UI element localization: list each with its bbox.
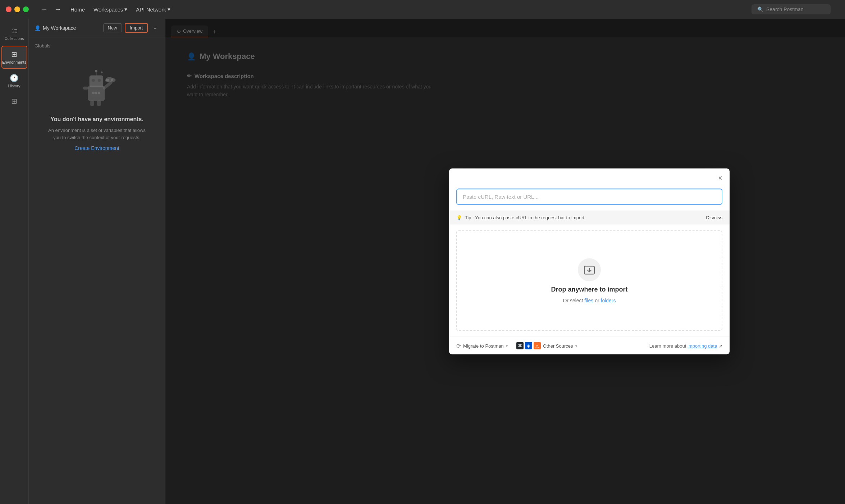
env-empty-desc: An environment is a set of variables tha… <box>47 127 147 141</box>
svg-point-13 <box>95 92 97 94</box>
nav-workspaces[interactable]: Workspaces ▾ <box>93 6 127 13</box>
importing-data-link[interactable]: importing data <box>688 343 717 348</box>
main-layout: 🗂 Collections ⊞ Environments 🕐 History ⊞… <box>0 19 845 504</box>
workspace-name: 👤 My Workspace <box>35 25 76 31</box>
back-arrow[interactable]: ← <box>39 5 50 14</box>
traffic-lights <box>6 6 29 12</box>
svg-rect-1 <box>89 75 103 87</box>
import-button[interactable]: Import <box>125 23 148 33</box>
env-empty-title: You don't have any environments. <box>50 116 143 123</box>
import-modal: × 💡 Tip : You can also paste cURL in the… <box>449 169 730 354</box>
footer-source-icons: ⌘ ◈ △ <box>516 342 541 349</box>
modal-drop-area[interactable]: Drop anywhere to import Or select files … <box>456 230 722 331</box>
modal-tip-text: Tip : You can also paste cURL in the req… <box>465 215 584 220</box>
create-environment-link[interactable]: Create Environment <box>74 145 119 151</box>
github-icon: ⌘ <box>516 342 524 349</box>
migrate-icon: ⟳ <box>456 342 461 349</box>
second-sidebar: 👤 My Workspace New Import ≡ Globals <box>29 19 165 504</box>
globals-label: Globals <box>35 43 159 49</box>
minimize-button[interactable] <box>14 6 20 12</box>
new-button[interactable]: New <box>103 23 122 32</box>
svg-rect-9 <box>83 87 88 90</box>
gitlab-icon: △ <box>534 342 541 349</box>
sidebar-content: Globals <box>29 37 165 504</box>
search-label: Search Postman <box>766 6 804 12</box>
search-bar[interactable]: 🔍 Search Postman <box>752 4 831 14</box>
close-button[interactable] <box>6 6 12 12</box>
bitbucket-icon: ◈ <box>525 342 532 349</box>
user-icon: 👤 <box>35 25 41 31</box>
sidebar-item-environments[interactable]: ⊞ Environments <box>1 46 27 69</box>
svg-point-16 <box>110 78 115 82</box>
svg-point-6 <box>101 72 102 73</box>
collections-label: Collections <box>5 36 24 41</box>
modal-input-area <box>449 183 730 211</box>
modal-header: × <box>449 169 730 183</box>
svg-rect-7 <box>90 100 94 106</box>
environments-label: Environments <box>2 60 26 64</box>
footer-migrate-label: Migrate to Postman <box>463 343 504 348</box>
nav-home[interactable]: Home <box>70 6 85 13</box>
drop-files-link[interactable]: files <box>584 297 593 303</box>
svg-line-10 <box>104 83 111 88</box>
sidebar-item-collections[interactable]: 🗂 Collections <box>1 23 27 44</box>
svg-rect-8 <box>97 100 101 106</box>
drop-subtitle: Or select files or folders <box>563 297 616 303</box>
other-sources-chevron-icon: ▾ <box>575 344 577 348</box>
svg-point-12 <box>92 92 95 94</box>
env-empty-state: You don't have any environments. An envi… <box>35 54 159 151</box>
sidebar-header: 👤 My Workspace New Import ≡ <box>29 19 165 37</box>
environments-icon: ⊞ <box>11 50 17 59</box>
svg-point-3 <box>97 79 101 82</box>
modal-tip: 💡 Tip : You can also paste cURL in the r… <box>449 211 730 225</box>
modal-footer: ⟳ Migrate to Postman ▾ ⌘ ◈ △ Other Sourc… <box>449 337 730 354</box>
titlebar-nav: Home Workspaces ▾ API Network ▾ <box>70 6 170 13</box>
sidebar-item-history[interactable]: 🕐 History <box>1 70 27 92</box>
footer-migrate-item[interactable]: ⟳ Migrate to Postman ▾ <box>456 342 508 349</box>
svg-point-14 <box>97 92 100 94</box>
svg-point-2 <box>92 79 95 82</box>
sidebar-item-other[interactable]: ⊞ <box>1 93 27 109</box>
footer-learn-more: Learn more about importing data ↗ <box>649 343 722 348</box>
maximize-button[interactable] <box>23 6 29 12</box>
modal-close-button[interactable]: × <box>717 173 724 183</box>
header-actions: New Import ≡ <box>103 23 159 33</box>
history-label: History <box>8 84 20 88</box>
tip-dismiss-button[interactable]: Dismiss <box>706 215 723 220</box>
footer-other-sources-item[interactable]: ⌘ ◈ △ Other Sources ▾ <box>516 342 577 349</box>
import-input[interactable] <box>456 189 722 205</box>
svg-point-5 <box>95 70 97 72</box>
nav-api-network[interactable]: API Network ▾ <box>136 6 170 13</box>
lightbulb-icon: 💡 <box>456 215 462 220</box>
modal-tip-left: 💡 Tip : You can also paste cURL in the r… <box>456 215 584 220</box>
other-icon: ⊞ <box>11 97 17 105</box>
footer-other-sources-label: Other Sources <box>543 343 573 348</box>
robot-illustration <box>76 69 119 112</box>
history-icon: 🕐 <box>10 74 19 82</box>
forward-arrow[interactable]: → <box>52 5 63 14</box>
svg-point-17 <box>105 79 109 82</box>
drop-icon <box>578 258 601 281</box>
filter-button[interactable]: ≡ <box>151 24 159 32</box>
nav-arrows: ← → <box>39 5 63 14</box>
icon-sidebar: 🗂 Collections ⊞ Environments 🕐 History ⊞ <box>0 19 29 504</box>
drop-title: Drop anywhere to import <box>551 285 627 293</box>
titlebar: ← → Home Workspaces ▾ API Network ▾ 🔍 Se… <box>0 0 845 19</box>
search-icon: 🔍 <box>757 6 763 12</box>
main-content: ⊙ Overview + 👤 My Workspace ✏ Workspace … <box>165 19 845 504</box>
drop-folders-link[interactable]: folders <box>601 297 616 303</box>
migrate-chevron-icon: ▾ <box>506 344 508 348</box>
collections-icon: 🗂 <box>11 27 18 35</box>
